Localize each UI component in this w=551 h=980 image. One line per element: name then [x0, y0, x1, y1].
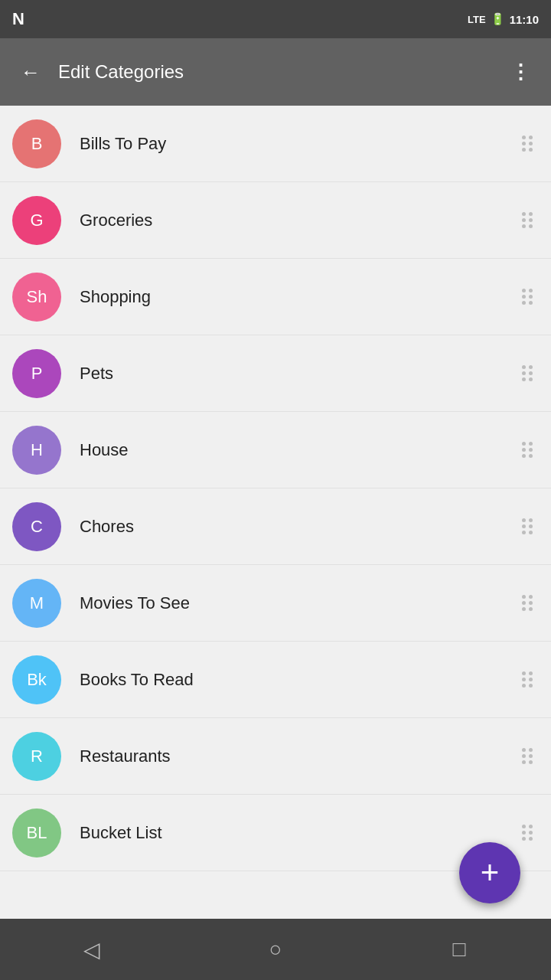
page-title: Edit Categories: [49, 61, 502, 83]
avatar-shopping: Sh: [12, 273, 61, 322]
avatar-house: H: [12, 426, 61, 475]
category-label-bills: Bills To Pay: [61, 134, 516, 154]
status-bar-right: LTE 🔋 11:10: [468, 12, 539, 26]
lte-icon: LTE: [468, 14, 486, 25]
time-display: 11:10: [510, 13, 539, 26]
back-nav-icon: ◁: [83, 937, 100, 962]
bottom-navigation: ◁ ○ □: [0, 919, 551, 980]
drag-handle-shopping[interactable]: [516, 283, 539, 311]
category-label-movies: Movies To See: [61, 593, 516, 613]
list-item[interactable]: HHouse: [0, 412, 551, 488]
category-label-restaurants: Restaurants: [61, 746, 516, 766]
back-arrow-icon: ←: [21, 60, 41, 84]
drag-handle-movies[interactable]: [516, 589, 539, 617]
drag-handle-groceries[interactable]: [516, 206, 539, 234]
list-item[interactable]: BBills To Pay: [0, 106, 551, 182]
status-bar-left: N: [12, 9, 24, 29]
recents-nav-icon: □: [453, 937, 466, 962]
drag-handle-house[interactable]: [516, 436, 539, 464]
list-item[interactable]: CChores: [0, 488, 551, 565]
drag-handle-books[interactable]: [516, 665, 539, 694]
more-options-button[interactable]: ⋮: [502, 54, 539, 90]
list-item[interactable]: PPets: [0, 335, 551, 412]
list-item[interactable]: GGroceries: [0, 182, 551, 259]
category-label-house: House: [61, 440, 516, 460]
nav-recents-button[interactable]: □: [436, 926, 482, 972]
avatar-movies: M: [12, 579, 61, 628]
category-label-pets: Pets: [61, 364, 516, 384]
avatar-restaurants: R: [12, 732, 61, 781]
avatar-bills: B: [12, 119, 61, 168]
category-label-books: Books To Read: [61, 670, 516, 690]
category-label-groceries: Groceries: [61, 211, 516, 230]
drag-handle-pets[interactable]: [516, 359, 539, 387]
list-item[interactable]: ShShopping: [0, 259, 551, 335]
category-label-bucket: Bucket List: [61, 823, 516, 843]
home-nav-icon: ○: [269, 937, 282, 962]
back-button[interactable]: ←: [12, 54, 49, 90]
drag-handle-bucket[interactable]: [516, 818, 539, 847]
avatar-bucket: BL: [12, 808, 61, 858]
category-label-shopping: Shopping: [61, 287, 516, 307]
category-label-chores: Chores: [61, 517, 516, 537]
avatar-pets: P: [12, 349, 61, 398]
battery-icon: 🔋: [491, 12, 505, 26]
avatar-chores: C: [12, 502, 61, 551]
app-bar: ← Edit Categories ⋮: [0, 38, 551, 106]
add-category-button[interactable]: +: [459, 842, 520, 903]
categories-list: BBills To PayGGroceriesShShoppingPPetsHH…: [0, 106, 551, 919]
list-item[interactable]: RRestaurants: [0, 718, 551, 795]
list-item[interactable]: MMovies To See: [0, 565, 551, 642]
drag-handle-bills[interactable]: [516, 129, 539, 158]
more-dots-icon: ⋮: [510, 60, 530, 84]
avatar-books: Bk: [12, 655, 61, 704]
drag-handle-restaurants[interactable]: [516, 742, 539, 770]
notification-icon: N: [12, 9, 24, 29]
add-icon: +: [481, 857, 500, 889]
status-bar: N LTE 🔋 11:10: [0, 0, 551, 38]
nav-back-button[interactable]: ◁: [69, 926, 115, 972]
list-item[interactable]: BkBooks To Read: [0, 642, 551, 718]
nav-home-button[interactable]: ○: [253, 926, 298, 972]
avatar-groceries: G: [12, 196, 61, 245]
drag-handle-chores[interactable]: [516, 512, 539, 541]
